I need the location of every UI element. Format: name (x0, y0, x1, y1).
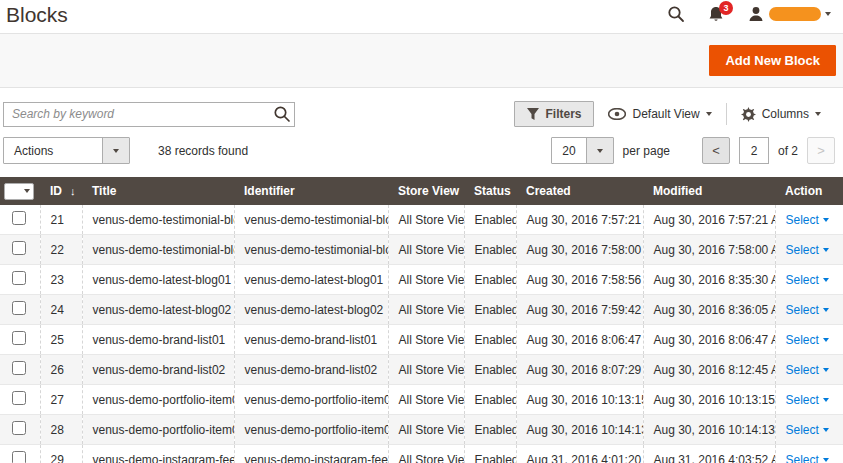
row-checkbox[interactable] (12, 421, 26, 435)
row-checkbox[interactable] (12, 391, 26, 405)
records-found-text: 38 records found (158, 144, 248, 158)
cell-identifier: venus-demo-brand-list01 (234, 325, 388, 355)
cell-store-view: All Store Views (388, 265, 464, 295)
sort-descending-icon: ↓ (70, 185, 76, 197)
select-action-link[interactable]: Select (786, 243, 829, 257)
cell-modified: Aug 30, 2016 8:36:05 AM (643, 295, 775, 325)
select-action-link[interactable]: Select (786, 393, 829, 407)
cell-modified: Aug 30, 2016 7:57:21 AM (643, 205, 775, 235)
cell-store-view: All Store Views (388, 385, 464, 415)
user-account-icon (747, 5, 765, 23)
column-header-identifier[interactable]: Identifier (234, 177, 388, 205)
select-action-link[interactable]: Select (786, 453, 829, 463)
cell-modified: Aug 30, 2016 10:13:15 AM (643, 385, 775, 415)
column-header-status[interactable]: Status (464, 177, 516, 205)
previous-page-button[interactable]: < (702, 137, 730, 164)
page-total-label: of 2 (778, 144, 798, 158)
cell-modified: Aug 30, 2016 8:35:30 AM (643, 265, 775, 295)
cell-identifier: venus-demo-latest-blog02 (234, 295, 388, 325)
select-action-link[interactable]: Select (786, 213, 829, 227)
select-action-link[interactable]: Select (786, 333, 829, 347)
cell-title: venus-demo-brand-list01 (82, 325, 234, 355)
select-all-dropdown[interactable] (0, 177, 40, 205)
select-label: Select (786, 303, 819, 317)
select-action-link[interactable]: Select (786, 273, 829, 287)
column-header-store-view[interactable]: Store View (388, 177, 464, 205)
cell-created: Aug 30, 2016 8:06:47 AM (516, 325, 643, 355)
cell-action: Select (775, 295, 843, 325)
row-checkbox[interactable] (12, 241, 26, 255)
search-input[interactable] (3, 102, 295, 127)
cell-action: Select (775, 355, 843, 385)
cell-identifier: venus-demo-latest-blog01 (234, 265, 388, 295)
keyword-search (3, 102, 295, 127)
filters-button[interactable]: Filters (514, 101, 594, 127)
default-view-dropdown[interactable]: Default View (594, 107, 725, 121)
cell-identifier: venus-demo-instagram-feed (234, 445, 388, 463)
select-label: Select (786, 213, 819, 227)
cell-id: 22 (40, 235, 82, 265)
row-checkbox[interactable] (12, 361, 26, 375)
row-checkbox-cell (0, 265, 40, 295)
add-new-block-button[interactable]: Add New Block (709, 45, 836, 76)
default-view-label: Default View (632, 107, 699, 121)
select-action-link[interactable]: Select (786, 303, 829, 317)
cell-status: Enabled (464, 445, 516, 463)
cell-store-view: All Store Views (388, 325, 464, 355)
row-checkbox[interactable] (12, 301, 26, 315)
dropdown-caret (102, 138, 129, 163)
cell-action: Select (775, 385, 843, 415)
cell-modified: Aug 30, 2016 7:58:00 AM (643, 235, 775, 265)
row-checkbox[interactable] (12, 331, 26, 345)
cell-store-view: All Store Views (388, 235, 464, 265)
row-checkbox[interactable] (12, 211, 26, 225)
cell-status: Enabled (464, 355, 516, 385)
view-controls: Filters Default View Columns (514, 101, 835, 127)
cell-identifier: venus-demo-brand-list02 (234, 355, 388, 385)
chevron-down-icon (823, 278, 829, 282)
dropdown-caret (586, 138, 613, 163)
chevron-down-icon (823, 458, 829, 462)
eye-icon (608, 108, 626, 120)
filters-label: Filters (545, 107, 581, 121)
column-header-id[interactable]: ID↓ (40, 177, 82, 205)
global-search-icon[interactable] (667, 5, 685, 23)
columns-dropdown[interactable]: Columns (727, 107, 835, 122)
page-header: Blocks 3 (0, 0, 843, 33)
user-menu[interactable] (747, 5, 831, 23)
current-page-input[interactable] (739, 137, 769, 164)
notifications-bell-icon[interactable]: 3 (707, 5, 725, 23)
cell-status: Enabled (464, 295, 516, 325)
cell-modified: Aug 31, 2016 4:03:52 AM (643, 445, 775, 463)
column-header-title[interactable]: Title (82, 177, 234, 205)
cell-id: 27 (40, 385, 82, 415)
cell-title: venus-demo-latest-blog01 (82, 265, 234, 295)
cell-store-view: All Store Views (388, 205, 464, 235)
username-redacted-pill (769, 7, 821, 21)
row-checkbox[interactable] (12, 271, 26, 285)
per-page-dropdown[interactable]: 20 (551, 137, 613, 164)
select-action-link[interactable]: Select (786, 423, 829, 437)
search-submit-icon[interactable] (273, 105, 291, 123)
chevron-down-icon (825, 12, 831, 16)
select-label: Select (786, 273, 819, 287)
header-icons: 3 (667, 2, 831, 23)
column-header-modified[interactable]: Modified (643, 177, 775, 205)
select-label: Select (786, 333, 819, 347)
row-checkbox-cell (0, 235, 40, 265)
cell-created: Aug 30, 2016 10:13:15 AM (516, 385, 643, 415)
cell-store-view: All Store Views (388, 295, 464, 325)
cell-status: Enabled (464, 385, 516, 415)
chevron-down-icon (823, 368, 829, 372)
select-action-link[interactable]: Select (786, 363, 829, 377)
cell-created: Aug 31, 2016 4:01:20 AM (516, 445, 643, 463)
table-row: 21venus-demo-testimonial-block01venus-de… (0, 205, 843, 235)
column-header-created[interactable]: Created (516, 177, 643, 205)
cell-action: Select (775, 205, 843, 235)
chevron-down-icon (815, 112, 821, 116)
row-checkbox[interactable] (12, 451, 26, 463)
select-label: Select (786, 453, 819, 463)
chevron-down-icon (706, 112, 712, 116)
actions-dropdown[interactable]: Actions (3, 137, 130, 164)
cell-modified: Aug 30, 2016 8:06:47 AM (643, 325, 775, 355)
